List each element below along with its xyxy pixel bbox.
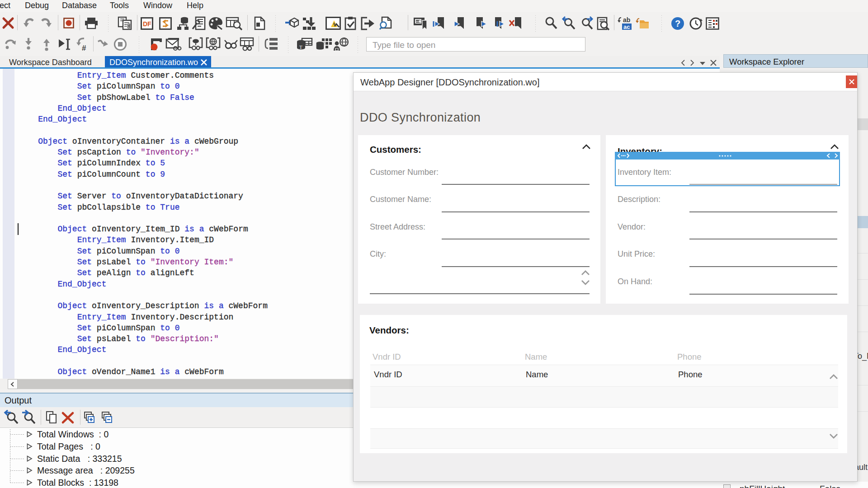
svg-text:ab: ab: [623, 16, 630, 23]
svg-text:ac: ac: [623, 23, 630, 30]
svg-text:DF: DF: [143, 20, 151, 28]
svg-text:#: #: [82, 44, 86, 52]
svg-text:T: T: [299, 44, 302, 50]
svg-text:?: ?: [675, 19, 680, 28]
